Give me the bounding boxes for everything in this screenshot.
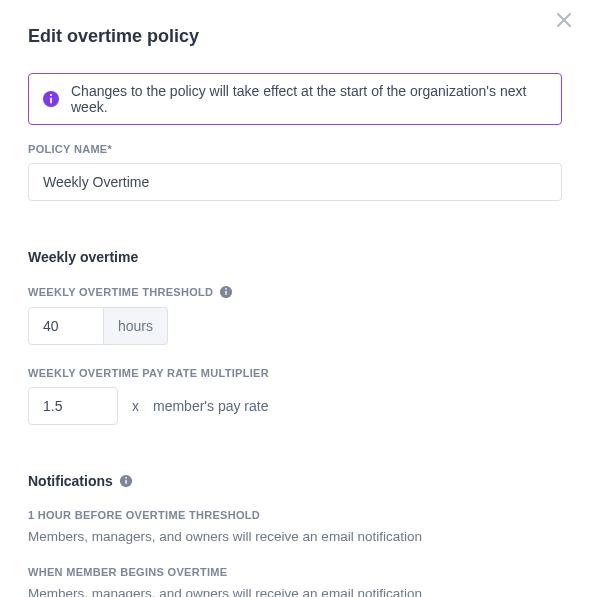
policy-name-input[interactable] — [28, 163, 562, 201]
weekly-multiplier-label: WEEKLY OVERTIME PAY RATE MULTIPLIER — [28, 367, 562, 379]
multiplier-prefix: x — [132, 398, 139, 414]
svg-point-10 — [125, 477, 127, 479]
weekly-threshold-input[interactable] — [28, 307, 104, 345]
info-icon[interactable] — [219, 285, 233, 299]
svg-rect-6 — [226, 291, 227, 295]
notification-description: Members, managers, and owners will recei… — [28, 586, 562, 597]
weekly-overtime-heading: Weekly overtime — [28, 249, 562, 265]
close-button[interactable] — [552, 10, 576, 34]
alert-text: Changes to the policy will take effect a… — [71, 83, 547, 115]
close-icon — [557, 13, 571, 31]
notification-heading: WHEN MEMBER BEGINS OVERTIME — [28, 566, 562, 578]
notification-item: 1 HOUR BEFORE OVERTIME THRESHOLD Members… — [28, 509, 562, 544]
policy-change-alert: Changes to the policy will take effect a… — [28, 73, 562, 125]
weekly-threshold-label: WEEKLY OVERTIME THRESHOLD — [28, 285, 562, 299]
notification-description: Members, managers, and owners will recei… — [28, 529, 562, 544]
svg-rect-3 — [50, 98, 52, 104]
multiplier-suffix: member's pay rate — [153, 398, 269, 414]
notification-heading: 1 HOUR BEFORE OVERTIME THRESHOLD — [28, 509, 562, 521]
svg-point-7 — [225, 288, 227, 290]
weekly-multiplier-input[interactable] — [28, 387, 118, 425]
svg-rect-9 — [125, 480, 126, 484]
notifications-heading: Notifications — [28, 473, 562, 489]
policy-name-label: POLICY NAME* — [28, 143, 562, 155]
svg-point-4 — [50, 94, 52, 96]
notification-item: WHEN MEMBER BEGINS OVERTIME Members, man… — [28, 566, 562, 597]
info-icon[interactable] — [119, 474, 133, 488]
weekly-threshold-label-text: WEEKLY OVERTIME THRESHOLD — [28, 286, 213, 298]
dialog-title: Edit overtime policy — [28, 26, 562, 47]
info-circle-icon — [43, 91, 59, 107]
weekly-threshold-unit: hours — [104, 307, 168, 345]
notifications-heading-text: Notifications — [28, 473, 113, 489]
